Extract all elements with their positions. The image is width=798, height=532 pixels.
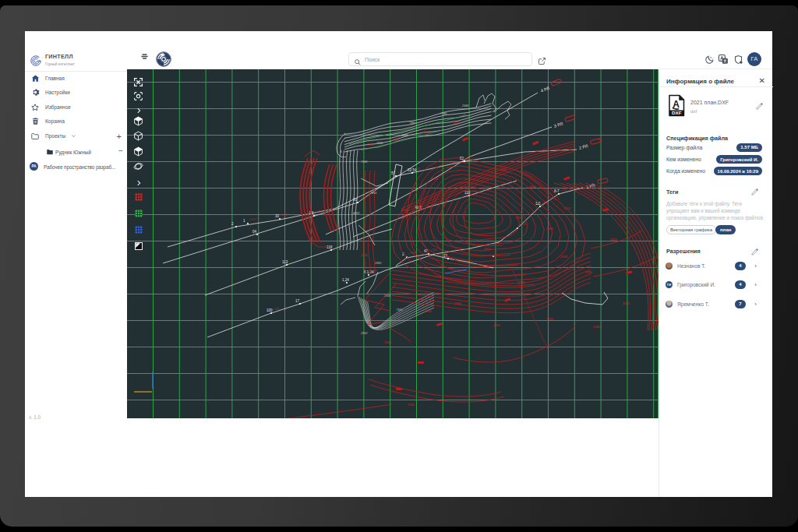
svg-text:4945: 4945 — [454, 301, 462, 305]
svg-text:+772: +772 — [466, 156, 473, 159]
svg-text:1955: 1955 — [515, 216, 523, 220]
svg-text:+762: +762 — [560, 188, 567, 192]
svg-text:100: 100 — [267, 308, 273, 312]
svg-text:2960: 2960 — [529, 185, 537, 188]
svg-text:04: 04 — [252, 230, 257, 234]
svg-text:4955: 4955 — [392, 138, 400, 142]
svg-text:7960: 7960 — [361, 160, 368, 164]
svg-text:2965: 2965 — [376, 142, 383, 145]
svg-text:+745: +745 — [273, 308, 280, 311]
svg-text:2960: 2960 — [374, 262, 382, 265]
svg-text:1940: 1940 — [593, 325, 601, 329]
svg-text:2950: 2950 — [360, 332, 368, 335]
svg-text:+748: +748 — [281, 213, 288, 217]
svg-text:2950: 2950 — [425, 309, 433, 313]
svg-text:+761: +761 — [414, 167, 421, 171]
svg-text:7950: 7950 — [396, 308, 403, 312]
svg-text:7940: 7940 — [440, 112, 447, 115]
svg-text:2925: 2925 — [546, 317, 554, 321]
svg-text:4925: 4925 — [610, 238, 618, 241]
svg-text:+757: +757 — [249, 218, 256, 221]
svg-text:17: 17 — [295, 299, 300, 303]
svg-text:+764: +764 — [542, 201, 549, 204]
svg-text:4 РЛ: 4 РЛ — [540, 86, 550, 93]
svg-text:1960: 1960 — [500, 167, 507, 171]
svg-text:4930: 4930 — [361, 253, 369, 257]
svg-text:2 РЛ: 2 РЛ — [578, 143, 588, 150]
svg-text:2945: 2945 — [546, 227, 554, 231]
svg-text:1,24: 1,24 — [342, 278, 349, 282]
svg-text:3 РЛ: 3 РЛ — [553, 121, 563, 128]
svg-text:2955: 2955 — [431, 177, 439, 181]
svg-text:2940: 2940 — [423, 130, 431, 134]
svg-text:+767: +767 — [370, 270, 377, 273]
svg-text:2: 2 — [231, 222, 234, 226]
svg-text:1945: 1945 — [384, 340, 392, 344]
svg-text:8-7: 8-7 — [554, 189, 560, 193]
svg-text:2930: 2930 — [560, 255, 568, 259]
svg-text:7965: 7965 — [409, 122, 416, 125]
svg-text:4965: 4965 — [401, 134, 408, 137]
svg-text:1935: 1935 — [518, 280, 526, 284]
svg-text:4950: 4950 — [484, 247, 492, 251]
svg-text:4940: 4940 — [401, 208, 409, 212]
svg-text:30: 30 — [275, 214, 280, 218]
svg-text:+758: +758 — [316, 210, 323, 213]
svg-text:2945: 2945 — [461, 104, 469, 107]
svg-text:7955: 7955 — [370, 192, 377, 195]
svg-text:DXF: DXF — [672, 110, 682, 115]
svg-text:4960: 4960 — [353, 212, 360, 215]
svg-text:2915: 2915 — [563, 206, 571, 210]
svg-text:4960: 4960 — [367, 143, 375, 146]
svg-text:1930: 1930 — [493, 323, 501, 327]
svg-text:+764: +764 — [519, 223, 526, 226]
svg-text:113: 113 — [282, 260, 288, 264]
svg-text:2920: 2920 — [408, 403, 415, 407]
svg-text:2935: 2935 — [453, 121, 461, 125]
svg-text:1: 1 — [243, 219, 245, 223]
svg-text:4935: 4935 — [623, 301, 630, 305]
svg-text:1950: 1950 — [585, 270, 593, 274]
